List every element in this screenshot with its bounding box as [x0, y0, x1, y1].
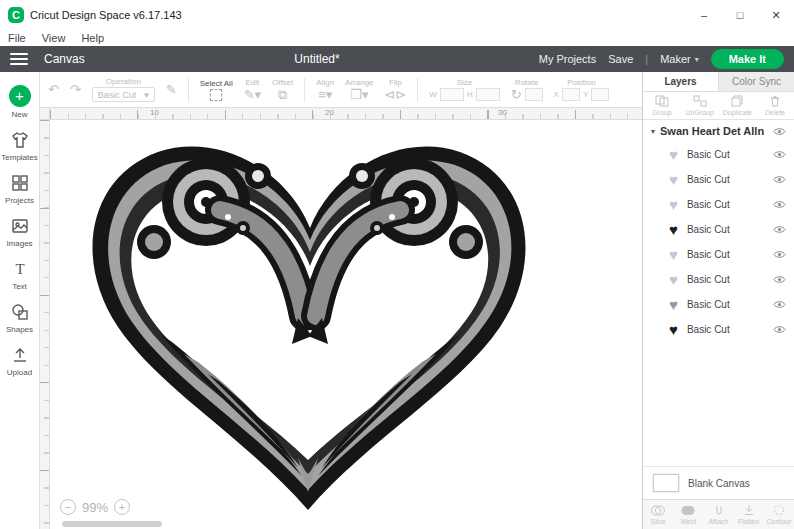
menu-view[interactable]: View: [42, 32, 66, 44]
layer-label: Basic Cut: [687, 174, 764, 185]
sidebar-item-upload[interactable]: Upload: [0, 340, 39, 383]
heart-thumbnail-icon: ♥: [669, 247, 678, 262]
minimize-icon[interactable]: –: [686, 0, 722, 30]
design-canvas[interactable]: 10 20 30: [40, 108, 642, 529]
shapes-icon: [10, 302, 30, 322]
layer-row[interactable]: ♥ Basic Cut: [643, 292, 794, 317]
eye-icon[interactable]: [773, 127, 786, 136]
rotate-input[interactable]: [525, 88, 543, 101]
layer-row[interactable]: ♥ Basic Cut: [643, 192, 794, 217]
heart-thumbnail-icon: ♥: [669, 172, 678, 187]
width-label: W: [429, 90, 437, 99]
layer-group-header[interactable]: ▾ Swan Heart Det Alln: [643, 120, 794, 142]
eye-icon[interactable]: [773, 325, 786, 334]
layer-row[interactable]: ♥ Basic Cut: [643, 167, 794, 192]
layer-row[interactable]: ♥ Basic Cut: [643, 142, 794, 167]
sidebar-item-shapes[interactable]: Shapes: [0, 297, 39, 340]
zoom-level: 99%: [82, 500, 108, 515]
menu-file[interactable]: File: [8, 32, 26, 44]
hamburger-menu-icon[interactable]: [10, 53, 28, 65]
edit-dropdown[interactable]: Edit ✎▾: [244, 78, 261, 102]
layers-panel: Layers Color Sync Group UnGroup Duplicat…: [642, 72, 794, 529]
layer-row[interactable]: ♥ Basic Cut: [643, 217, 794, 242]
ungroup-button[interactable]: UnGroup: [681, 92, 719, 119]
machine-dropdown[interactable]: Maker ▾: [660, 53, 699, 65]
eye-icon[interactable]: [773, 175, 786, 184]
my-projects-link[interactable]: My Projects: [539, 53, 596, 65]
eye-icon[interactable]: [773, 300, 786, 309]
y-label: Y: [583, 90, 588, 99]
make-it-button[interactable]: Make It: [711, 49, 784, 69]
layer-actions: Group UnGroup Duplicate Delete: [643, 92, 794, 120]
shirt-icon: [10, 130, 30, 150]
canvas-label: Canvas: [44, 52, 85, 66]
flatten-button[interactable]: Flatten: [734, 500, 764, 529]
cricut-logo-icon: C: [8, 7, 24, 23]
x-input[interactable]: [562, 88, 580, 101]
align-dropdown[interactable]: Align ≡▾: [316, 78, 334, 102]
sidebar-item-text[interactable]: T Text: [0, 254, 39, 297]
eye-icon[interactable]: [773, 225, 786, 234]
delete-button[interactable]: Delete: [756, 92, 794, 119]
blank-canvas-label: Blank Canvas: [688, 478, 750, 489]
redo-icon[interactable]: ↷: [70, 83, 81, 97]
contour-button[interactable]: Contour: [764, 500, 794, 529]
duplicate-icon: [730, 95, 744, 107]
heart-thumbnail-icon: ♥: [669, 297, 678, 312]
arrange-layers-icon: ❐▾: [350, 88, 368, 102]
group-button[interactable]: Group: [643, 92, 681, 119]
blank-canvas-row[interactable]: Blank Canvas: [643, 466, 794, 499]
slice-button[interactable]: Slice: [643, 500, 673, 529]
undo-icon[interactable]: ↶: [48, 83, 59, 97]
boolean-toolbar: Slice Weld Attach Flatten Contour: [643, 499, 794, 529]
height-label: H: [467, 90, 473, 99]
layer-row[interactable]: ♥ Basic Cut: [643, 317, 794, 342]
save-link[interactable]: Save: [608, 53, 633, 65]
width-input[interactable]: [440, 88, 464, 101]
heart-thumbnail-icon: ♥: [669, 147, 678, 162]
layer-label: Basic Cut: [687, 324, 764, 335]
eye-icon[interactable]: [773, 250, 786, 259]
eye-icon[interactable]: [773, 200, 786, 209]
pen-swatch-icon[interactable]: ✎: [166, 83, 177, 97]
rotate-control[interactable]: Rotate ↻: [511, 78, 543, 102]
weld-icon: [680, 505, 696, 516]
position-controls: Position X Y: [554, 78, 610, 101]
menu-help[interactable]: Help: [81, 32, 104, 44]
height-input[interactable]: [476, 88, 500, 101]
chevron-down-icon[interactable]: ▾: [651, 127, 655, 136]
arrange-dropdown[interactable]: Arrange ❐▾: [345, 78, 373, 102]
horizontal-scrollbar[interactable]: [62, 521, 162, 527]
sidebar-item-templates[interactable]: Templates: [0, 125, 39, 168]
y-input[interactable]: [591, 88, 609, 101]
layer-label: Basic Cut: [687, 224, 764, 235]
sidebar-item-images[interactable]: Images: [0, 211, 39, 254]
window-titlebar: C Cricut Design Space v6.17.143 – □ ✕: [0, 0, 794, 30]
sidebar-item-new[interactable]: + New: [0, 80, 39, 125]
maximize-icon[interactable]: □: [722, 0, 758, 30]
operation-value: Basic Cut: [98, 90, 137, 100]
flip-icon: ⊲⊳: [385, 88, 407, 102]
zoom-in-icon[interactable]: +: [114, 499, 130, 515]
zoom-out-icon[interactable]: −: [60, 499, 76, 515]
operation-dropdown[interactable]: Operation Basic Cut ▾: [92, 77, 155, 102]
layer-row[interactable]: ♥ Basic Cut: [643, 242, 794, 267]
eye-icon[interactable]: [773, 150, 786, 159]
offset-button[interactable]: Offset ⧉: [272, 78, 293, 102]
canvas-color-swatch[interactable]: [653, 474, 679, 492]
close-icon[interactable]: ✕: [758, 0, 794, 30]
tab-layers[interactable]: Layers: [643, 72, 718, 91]
tab-color-sync[interactable]: Color Sync: [718, 72, 794, 91]
select-all-button[interactable]: Select All: [200, 79, 233, 101]
projects-grid-icon: [10, 173, 30, 193]
svg-text:T: T: [15, 261, 24, 277]
swan-heart-artwork[interactable]: [58, 124, 563, 516]
weld-button[interactable]: Weld: [673, 500, 703, 529]
attach-button[interactable]: Attach: [703, 500, 733, 529]
duplicate-button[interactable]: Duplicate: [719, 92, 757, 119]
sidebar-item-projects[interactable]: Projects: [0, 168, 39, 211]
layer-row[interactable]: ♥ Basic Cut: [643, 267, 794, 292]
eye-icon[interactable]: [773, 275, 786, 284]
toolbar-divider: [417, 78, 418, 102]
flip-dropdown[interactable]: Flip ⊲⊳: [385, 78, 407, 102]
